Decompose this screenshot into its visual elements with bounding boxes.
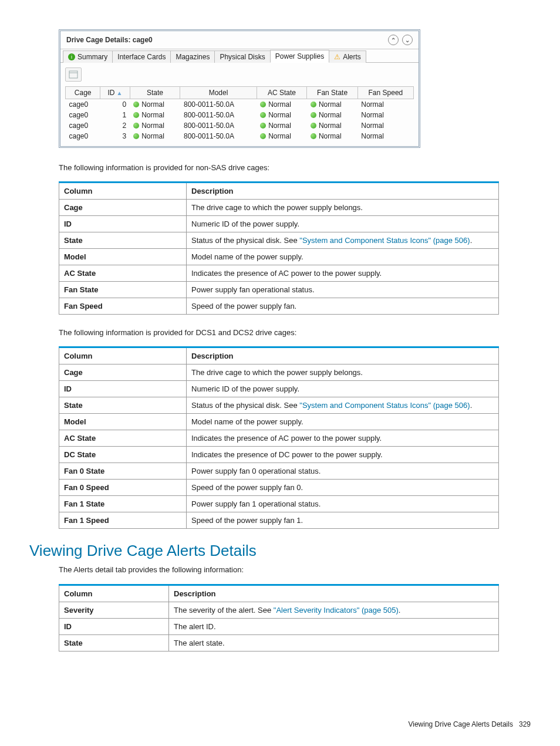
column-desc: Indicates the presence of DC power to th… xyxy=(187,447,499,463)
alert-severity-link[interactable]: "Alert Severity Indicators" (page 505) xyxy=(274,606,399,615)
cell-state: Normal xyxy=(130,120,180,131)
cell-model: 800-0011-50.0A xyxy=(180,99,257,110)
status-icons-link[interactable]: "System and Component Status Icons" (pag… xyxy=(299,401,470,410)
cell-ac: Normal xyxy=(257,110,307,120)
non-sas-table: Column Description CageThe drive cage to… xyxy=(59,181,499,315)
th-description: Description xyxy=(169,585,499,602)
column-name: Fan Speed xyxy=(59,298,187,315)
column-desc: Speed of the power supply fan 0. xyxy=(187,480,499,496)
info-icon: i xyxy=(68,53,75,60)
tab-interface-cards[interactable]: Interface Cards xyxy=(112,50,171,63)
tab-power-supplies[interactable]: Power Supplies xyxy=(270,50,329,63)
alert-icon: ⚠ xyxy=(334,53,340,61)
cell-speed: Normal xyxy=(357,131,413,141)
column-desc: Numeric ID of the power supply. xyxy=(187,216,499,232)
column-desc: Model name of the power supply. xyxy=(187,414,499,430)
col-model[interactable]: Model xyxy=(180,87,257,99)
tab-physical-disks[interactable]: Physical Disks xyxy=(214,50,270,63)
status-ok-icon xyxy=(311,102,316,107)
tab-alerts[interactable]: ⚠ Alerts xyxy=(329,50,366,63)
table-row[interactable]: cage01Normal800-0011-50.0ANormalNormalNo… xyxy=(66,110,414,120)
status-ok-icon xyxy=(260,123,266,129)
tab-label: Summary xyxy=(77,53,107,61)
column-name: Fan 0 State xyxy=(59,463,187,480)
table-row: StateStatus of the physical disk. See "S… xyxy=(59,397,499,414)
status-ok-icon xyxy=(133,112,139,118)
status-ok-icon xyxy=(260,102,266,107)
svg-rect-0 xyxy=(69,71,77,78)
tab-label: Power Supplies xyxy=(275,52,324,60)
th-description: Description xyxy=(187,347,499,364)
status-ok-icon xyxy=(311,133,316,139)
sort-asc-icon: ▲ xyxy=(117,90,123,96)
column-desc: The drive cage to which the power supply… xyxy=(187,200,499,216)
cell-id: 0 xyxy=(100,99,130,110)
column-desc: The alert state. xyxy=(169,634,499,651)
column-desc: Status of the physical disk. See "System… xyxy=(187,232,499,249)
column-name: Cage xyxy=(59,364,187,381)
tab-label: Interface Cards xyxy=(117,53,166,61)
column-desc: Status of the physical disk. See "System… xyxy=(187,397,499,414)
status-icons-link[interactable]: "System and Component Status Icons" (pag… xyxy=(299,236,470,245)
cell-model: 800-0011-50.0A xyxy=(180,110,257,120)
table-row: Fan SpeedSpeed of the power supply fan. xyxy=(59,298,499,315)
col-cage[interactable]: Cage xyxy=(66,87,100,99)
table-row: CageThe drive cage to which the power su… xyxy=(59,364,499,381)
panel-title: Drive Cage Details: cage0 xyxy=(66,36,384,44)
tab-label: Alerts xyxy=(343,53,361,61)
column-desc: Speed of the power supply fan. xyxy=(187,298,499,315)
column-name: AC State xyxy=(59,265,187,282)
tab-magazines[interactable]: Magazines xyxy=(170,50,215,63)
tab-label: Physical Disks xyxy=(220,53,265,61)
col-id[interactable]: ID▲ xyxy=(100,87,130,99)
export-button[interactable] xyxy=(65,67,82,82)
table-row[interactable]: cage00Normal800-0011-50.0ANormalNormalNo… xyxy=(66,99,414,110)
cell-state: Normal xyxy=(130,110,180,120)
table-row[interactable]: cage02Normal800-0011-50.0ANormalNormalNo… xyxy=(66,120,414,131)
column-name: Cage xyxy=(59,200,187,216)
status-ok-icon xyxy=(311,123,316,129)
column-name: Severity xyxy=(59,602,169,618)
table-row: ModelModel name of the power supply. xyxy=(59,249,499,265)
column-name: Model xyxy=(59,414,187,430)
drive-cage-details-panel: Drive Cage Details: cage0 ⌃ ⌄ i Summary … xyxy=(59,29,420,148)
column-name: State xyxy=(59,397,187,414)
cell-id: 2 xyxy=(100,120,130,131)
column-desc: Numeric ID of the power supply. xyxy=(187,381,499,397)
section-heading: Viewing Drive Cage Alerts Details xyxy=(29,542,531,560)
collapse-down-icon[interactable]: ⌄ xyxy=(402,35,413,45)
column-desc: Indicates the presence of AC power to th… xyxy=(187,430,499,447)
status-ok-icon xyxy=(133,102,139,107)
cell-cage: cage0 xyxy=(66,120,100,131)
table-row: AC StateIndicates the presence of AC pow… xyxy=(59,265,499,282)
col-fan-speed[interactable]: Fan Speed xyxy=(357,87,413,99)
collapse-up-icon[interactable]: ⌃ xyxy=(388,35,399,45)
cell-fan: Normal xyxy=(307,110,357,120)
column-name: Model xyxy=(59,249,187,265)
tab-bar: i Summary Interface Cards Magazines Phys… xyxy=(60,49,419,62)
cell-cage: cage0 xyxy=(66,131,100,141)
column-desc: Speed of the power supply fan 1. xyxy=(187,512,499,529)
col-fan-state[interactable]: Fan State xyxy=(307,87,357,99)
tab-summary[interactable]: i Summary xyxy=(63,50,113,63)
table-row: SeverityThe severity of the alert. See "… xyxy=(59,602,499,618)
table-row: Fan 0 SpeedSpeed of the power supply fan… xyxy=(59,480,499,496)
table-row: Fan StatePower supply fan operational st… xyxy=(59,282,499,298)
th-column: Column xyxy=(59,347,187,364)
cell-speed: Normal xyxy=(357,110,413,120)
table-row: StateThe alert state. xyxy=(59,634,499,651)
column-name: AC State xyxy=(59,430,187,447)
status-ok-icon xyxy=(260,112,266,118)
table-row[interactable]: cage03Normal800-0011-50.0ANormalNormalNo… xyxy=(66,131,414,141)
table-row: AC StateIndicates the presence of AC pow… xyxy=(59,430,499,447)
cell-id: 1 xyxy=(100,110,130,120)
column-desc: The drive cage to which the power supply… xyxy=(187,364,499,381)
column-desc: Model name of the power supply. xyxy=(187,249,499,265)
cell-model: 800-0011-50.0A xyxy=(180,120,257,131)
status-ok-icon xyxy=(133,123,139,129)
col-ac-state[interactable]: AC State xyxy=(257,87,307,99)
column-name: Fan 1 Speed xyxy=(59,512,187,529)
col-state[interactable]: State xyxy=(130,87,180,99)
column-name: Fan 0 Speed xyxy=(59,480,187,496)
column-desc: Indicates the presence of AC power to th… xyxy=(187,265,499,282)
